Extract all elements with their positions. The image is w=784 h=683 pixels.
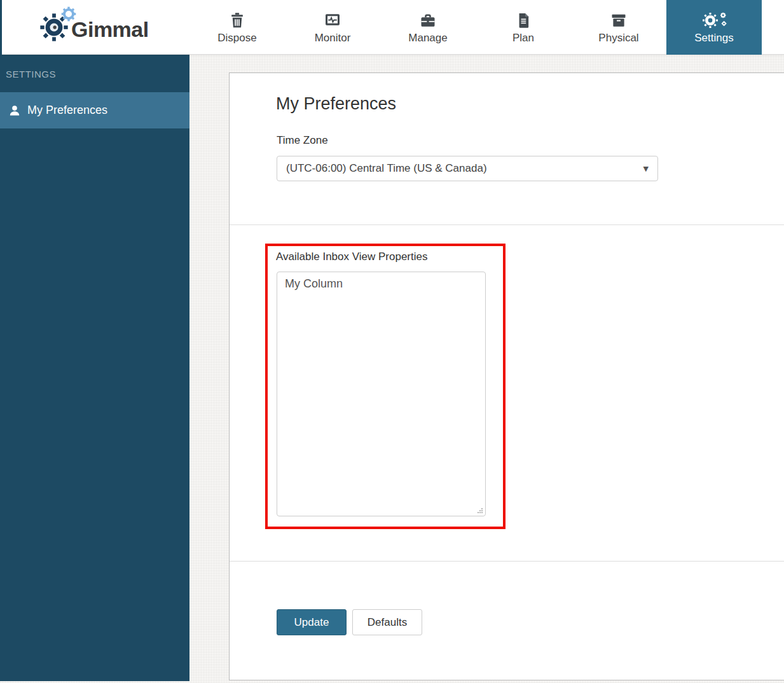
- gears-icon: [701, 11, 727, 30]
- listbox-option-my-column[interactable]: My Column: [277, 272, 485, 296]
- primary-nav: Dispose Monitor Manage: [189, 0, 762, 55]
- update-button[interactable]: Update: [277, 609, 347, 635]
- inbox-properties-label: Available Inbox View Properties: [276, 251, 427, 263]
- nav-item-dispose[interactable]: Dispose: [189, 0, 285, 55]
- section-divider: [230, 561, 784, 562]
- trash-icon: [228, 11, 247, 30]
- section-divider: [230, 224, 784, 225]
- nav-item-physical[interactable]: Physical: [571, 0, 666, 55]
- nav-label: Physical: [598, 32, 638, 45]
- timezone-label: Time Zone: [277, 134, 328, 147]
- archive-box-icon: [609, 11, 628, 30]
- nav-item-plan[interactable]: Plan: [476, 0, 571, 55]
- nav-label: Monitor: [315, 32, 351, 45]
- gimmal-logo-gears-icon: [39, 6, 76, 43]
- page-title: My Preferences: [276, 94, 396, 114]
- top-header: Gimmal Dispose: [0, 0, 784, 55]
- nav-label: Manage: [408, 32, 447, 45]
- inbox-properties-listbox[interactable]: My Column: [277, 272, 486, 516]
- form-actions: Update Defaults: [277, 609, 422, 635]
- timezone-selected-value: (UTC-06:00) Central Time (US & Canada): [286, 162, 643, 175]
- chevron-down-icon: ▼: [643, 165, 649, 173]
- nav-item-manage[interactable]: Manage: [380, 0, 476, 55]
- brand-name: Gimmal: [71, 17, 149, 42]
- nav-item-monitor[interactable]: Monitor: [285, 0, 380, 55]
- left-edge-strip: [0, 0, 2, 55]
- timezone-select[interactable]: (UTC-06:00) Central Time (US & Canada) ▼: [277, 156, 658, 181]
- nav-label: Settings: [694, 32, 733, 45]
- person-icon: [8, 104, 21, 117]
- document-icon: [514, 11, 533, 30]
- sidebar-item-my-preferences[interactable]: My Preferences: [0, 92, 189, 128]
- sidebar-section-label: SETTINGS: [0, 55, 189, 92]
- resize-grip-icon[interactable]: [477, 507, 483, 514]
- preferences-panel: My Preferences Time Zone (UTC-06:00) Cen…: [229, 72, 784, 680]
- briefcase-icon: [418, 11, 437, 30]
- defaults-button[interactable]: Defaults: [352, 609, 422, 635]
- nav-label: Dispose: [217, 32, 256, 45]
- settings-sidebar: SETTINGS My Preferences: [0, 55, 189, 681]
- monitor-icon: [323, 11, 342, 30]
- nav-label: Plan: [512, 32, 534, 45]
- nav-item-settings[interactable]: Settings: [666, 0, 762, 55]
- gimmal-logo[interactable]: Gimmal: [39, 6, 149, 43]
- sidebar-item-label: My Preferences: [27, 104, 107, 117]
